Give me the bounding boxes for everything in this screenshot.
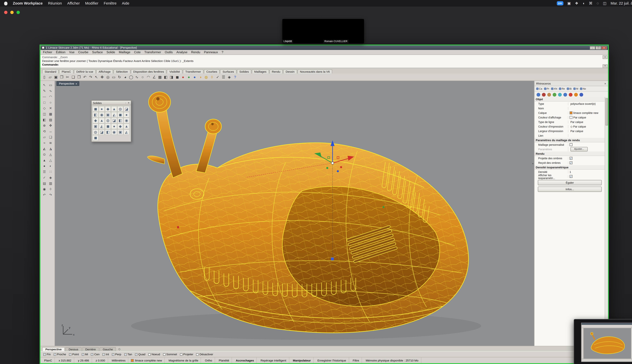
window-control-button[interactable]: – (590, 46, 595, 49)
status-segment[interactable]: Filtre (349, 358, 362, 363)
properties-category-icon[interactable] (547, 93, 551, 96)
toolbar-tab[interactable]: Visibilité (167, 70, 182, 74)
toolbar-icon[interactable]: ● (186, 74, 192, 80)
solid-tool-icon[interactable]: ▣ (117, 129, 123, 135)
toolbar-tab[interactable]: Rendu (269, 70, 283, 74)
toolbar-icon[interactable]: ∿ (134, 74, 140, 80)
rhino-menu-item[interactable]: Rendu (191, 50, 200, 54)
viewport-tab[interactable]: Derrière (82, 347, 99, 351)
solid-tool-icon[interactable]: ◆ (117, 123, 123, 129)
command-history[interactable]: Commande: _Zoom Dessiner une fenêtre pou… (40, 55, 608, 68)
properties-category-icon[interactable] (574, 93, 578, 96)
osnap-checkbox[interactable] (124, 353, 127, 356)
side-tool-icon[interactable]: ↷ (48, 192, 54, 198)
viewport-title[interactable]: Perspective ▾ (56, 81, 79, 86)
rhino-menu-item[interactable]: Vue (69, 50, 74, 54)
side-tool-icon[interactable]: ❑ (48, 134, 54, 140)
property-row[interactable]: Couleur d'affichage Par calque (534, 115, 605, 120)
toolbar-icon[interactable]: ↷ (88, 74, 93, 80)
osnap-toggle[interactable]: Proche (54, 353, 66, 356)
viewport-tab[interactable]: Dessus (65, 347, 82, 351)
toolbar-icon[interactable]: ❐ (59, 74, 64, 80)
property-row[interactable]: Nom (534, 106, 605, 110)
side-tool-icon[interactable]: ◊ (48, 186, 54, 192)
toolbar-tab[interactable]: Standard (42, 70, 59, 74)
side-tool-icon[interactable]: ✓ (42, 175, 47, 180)
solid-tool-icon[interactable]: ◉ (98, 112, 105, 118)
toolbar-icon[interactable]: ❒ (76, 74, 82, 80)
viewport-tab[interactable]: Gauche (100, 347, 116, 351)
toolbar-icon[interactable]: ▭ (111, 74, 116, 80)
property-row[interactable]: Couleur d'impression ◇ Par calque (534, 124, 605, 129)
status-segment[interactable]: limace complète new (128, 358, 165, 363)
toolbar-icon[interactable]: ● (192, 74, 197, 80)
window-control-button[interactable]: ✕ (602, 46, 607, 49)
minimize-traffic-button[interactable] (10, 11, 14, 14)
toolbar-tab[interactable]: PlansC (59, 70, 74, 74)
solid-tool-icon[interactable]: ◧ (117, 118, 123, 124)
menubar-menu-item[interactable]: Fenêtre (104, 1, 116, 6)
side-tool-icon[interactable]: ▲ (42, 158, 47, 163)
toolbar-icon[interactable]: ↖ (94, 74, 99, 80)
panel-close-icon[interactable]: ✕ (604, 82, 606, 85)
solid-tool-icon[interactable]: ▲ (98, 118, 105, 124)
side-tool-icon[interactable]: ⊕ (42, 123, 47, 128)
osnap-toggle[interactable]: Mi (82, 353, 88, 356)
toolbar-icon[interactable]: ◨ (169, 74, 174, 80)
rhino-menu-item[interactable]: Maillage (119, 50, 130, 54)
side-tool-icon[interactable]: ◬ (48, 152, 54, 157)
property-row[interactable]: Lien (534, 133, 605, 138)
solid-tool-icon[interactable]: ◪ (111, 118, 117, 124)
toolbar-icon[interactable]: ◑ (198, 74, 203, 80)
osnap-checkbox[interactable] (148, 353, 151, 356)
osnap-checkbox[interactable] (43, 353, 46, 356)
egaler-button[interactable]: Égaler (538, 180, 602, 185)
new-viewport-icon[interactable]: ◇ (116, 347, 122, 351)
window-control-button[interactable]: ❐ (596, 46, 601, 49)
toolbar-tab[interactable]: Transformer (183, 70, 204, 74)
solid-tool-icon[interactable]: ● (111, 123, 117, 129)
toolbar-icon[interactable]: ● (180, 74, 186, 80)
panel-tab[interactable]: Ca (536, 88, 542, 90)
viewport-tab[interactable]: Perspective (42, 347, 65, 351)
perspective-viewport[interactable]: Perspective ▾ Solides ◦ ✕ ◼●◆▲◍◪◧◉▣◭◼●◆▲… (55, 81, 534, 346)
side-tool-icon[interactable]: ◫ (42, 112, 47, 117)
solid-tool-icon[interactable]: ◪ (123, 106, 130, 112)
zoom-app-icon[interactable]: zm (557, 1, 563, 6)
side-tool-icon[interactable]: ≋ (48, 140, 54, 146)
scroll-up-icon[interactable]: ▲ (602, 55, 608, 59)
solides-toolbar[interactable]: Solides ◦ ✕ ◼●◆▲◍◪◧◉▣◭◼●◆▲◍◪◧◉▣◭◼●◆▲◍◪◧◉… (91, 100, 131, 142)
osnap-checkbox[interactable] (69, 353, 72, 356)
toolbar-icon[interactable]: ◈ (227, 74, 232, 80)
side-tool-icon[interactable]: ✎ (42, 88, 47, 94)
solid-tool-icon[interactable]: ◍ (105, 118, 111, 124)
side-tool-icon[interactable]: ◐ (48, 164, 54, 169)
properties-category-icon[interactable] (542, 93, 546, 96)
side-tool-icon[interactable]: ∷ (48, 169, 54, 174)
solid-tool-icon[interactable]: ● (123, 112, 130, 118)
render-option-checkbox[interactable] (570, 157, 572, 160)
toolbar-icon[interactable]: ▱ (48, 74, 53, 80)
solid-tool-icon[interactable]: ◆ (105, 106, 111, 112)
side-tool-icon[interactable]: ◧ (42, 117, 47, 122)
side-tool-icon[interactable]: ▨ (48, 117, 54, 122)
osnap-toggle[interactable]: Sommet (163, 353, 177, 356)
side-tool-icon[interactable]: ✕ (48, 106, 54, 111)
menubar-menu-item[interactable]: Modifier (85, 1, 98, 6)
properties-category-icon[interactable] (563, 93, 567, 96)
status-segment[interactable]: Accrochages (232, 358, 257, 363)
side-tool-icon[interactable]: □ (42, 100, 47, 105)
density-value[interactable]: 1 (570, 170, 571, 174)
rhino-menu-item[interactable]: ? (222, 50, 223, 54)
toolbar-icon[interactable]: ▣ (53, 74, 58, 80)
adjust-button[interactable]: Ajuster... (570, 147, 588, 152)
iso-checkbox[interactable] (570, 175, 572, 178)
property-row[interactable]: Calque limace complète new (534, 110, 605, 115)
properties-category-icon[interactable] (536, 93, 540, 96)
panel-tab[interactable]: Re (558, 88, 565, 90)
solid-tool-icon[interactable]: ◧ (105, 129, 111, 135)
osnap-checkbox[interactable] (82, 353, 84, 356)
toolbar-icon[interactable]: ◍ (204, 74, 209, 80)
toolbar-icon[interactable]: ◧ (163, 74, 168, 80)
menubar-status-icon[interactable]: ◫ (603, 1, 606, 6)
